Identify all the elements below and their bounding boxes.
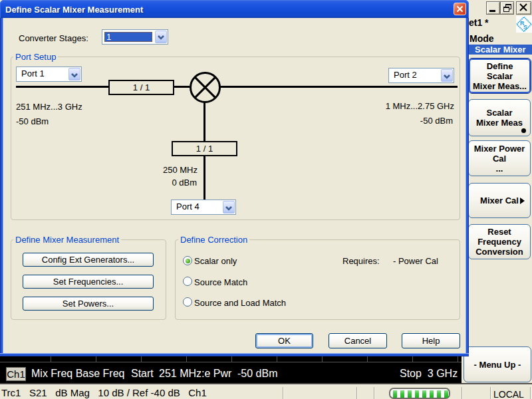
svg-text:S: S [523, 24, 527, 31]
